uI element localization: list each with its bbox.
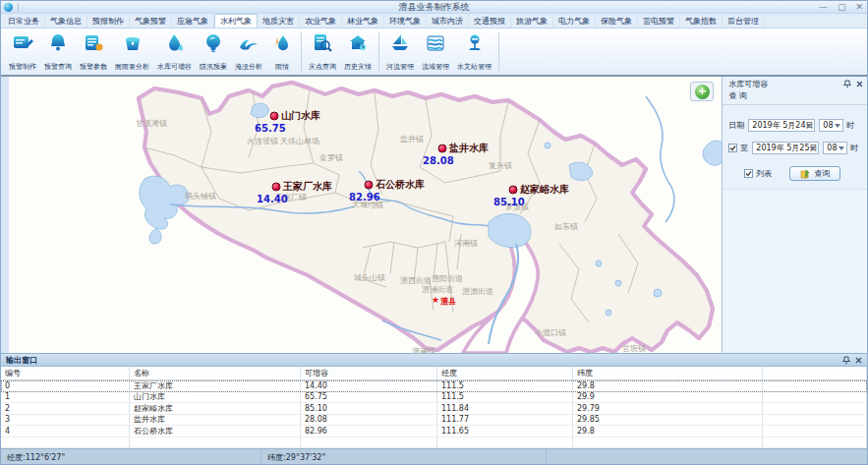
- disaster-search-icon: [311, 31, 334, 59]
- status-latitude: 纬度:29°37'32": [261, 449, 547, 465]
- toolbar-item-灾点查询[interactable]: 灾点查询: [305, 29, 340, 75]
- toolbar-item-防汛预案[interactable]: 防汛预案: [196, 29, 231, 75]
- menu-bar: 日常业务气象信息预报制作气象预警应急气象水利气象地质灾害农业气象林业气象环境气象…: [1, 14, 867, 29]
- list-label: 列表: [756, 168, 772, 179]
- toolbar-item-预警参数[interactable]: 预警参数: [76, 29, 111, 75]
- toolbar-item-label: 预警查询: [44, 62, 72, 72]
- table-row[interactable]: 2赵家峪水库85.10111.8429.79: [1, 403, 867, 415]
- table-cell: [437, 437, 573, 448]
- main-area: 甘溪滩镇火连坡镇天供山林场金罗镇盐井镇码头铺镇王家厂镇大堰垱镇复兴镇梦溪镇如东镇…: [1, 77, 867, 353]
- column-header-纬度[interactable]: 纬度: [573, 367, 763, 379]
- warning-params-icon: [82, 31, 105, 59]
- menu-tab-气象信息[interactable]: 气象信息: [45, 14, 87, 28]
- toolbar-item-历史灾情[interactable]: 历史灾情: [340, 29, 376, 75]
- menu-tab-水利气象[interactable]: 水利气象: [214, 14, 258, 28]
- minimize-button[interactable]: —: [819, 3, 828, 12]
- date-to-select[interactable]: 2019年 5月25日: [752, 142, 819, 154]
- table-cell: [130, 437, 301, 448]
- toolbar-separator: [498, 32, 499, 71]
- column-header-编号[interactable]: 编号: [1, 367, 130, 379]
- reservoir-marker-赵家峪水库[interactable]: [508, 186, 517, 195]
- toolbar-item-label: 流域管理: [422, 62, 449, 72]
- town-label-澧南镇: 澧南镇: [412, 346, 435, 354]
- query-button[interactable]: 查询: [789, 166, 840, 181]
- date-from-select[interactable]: 2019年 5月24日: [748, 119, 815, 132]
- map-canvas[interactable]: 甘溪滩镇火连坡镇天供山林场金罗镇盐井镇码头铺镇王家厂镇大堰垱镇复兴镇梦溪镇如东镇…: [9, 77, 722, 353]
- table-cell: 111.5: [437, 380, 573, 391]
- toolbar-item-淹没分析[interactable]: 淹没分析: [231, 29, 266, 75]
- pin-icon[interactable]: [842, 356, 850, 365]
- town-label-金罗镇: 金罗镇: [319, 152, 343, 163]
- menu-tab-环境气象[interactable]: 环境气象: [384, 14, 427, 28]
- menu-tab-农业气象[interactable]: 农业气象: [300, 14, 342, 28]
- toolbar-item-label: 河流管理: [386, 62, 414, 72]
- chevron-down-icon: [806, 124, 812, 128]
- menu-tab-应急气象[interactable]: 应急气象: [172, 14, 214, 28]
- menu-tab-日常业务[interactable]: 日常业务: [3, 14, 45, 28]
- reservoir-marker-山门水库[interactable]: [269, 112, 278, 121]
- toolbar-item-预警制作[interactable]: 预警制作: [5, 29, 40, 75]
- table-cell: 29.79: [573, 403, 763, 414]
- toolbar-item-label: 水文站管理: [457, 62, 492, 72]
- menu-tab-保险气象[interactable]: 保险气象: [596, 14, 638, 28]
- maximize-button[interactable]: ▢: [838, 3, 846, 12]
- menu-tab-气象预警[interactable]: 气象预警: [130, 14, 172, 28]
- menu-tab-城市内涝[interactable]: 城市内涝: [427, 14, 469, 28]
- menu-tab-交通预报[interactable]: 交通预报: [469, 14, 511, 28]
- menu-tab-地质灾害[interactable]: 地质灾害: [258, 14, 300, 28]
- reservoir-marker-盐井水库[interactable]: [437, 145, 446, 153]
- menu-tab-电力气象[interactable]: 电力气象: [553, 14, 596, 28]
- reservoir-marker-石公桥水库[interactable]: [364, 181, 373, 190]
- menu-tab-后台管理[interactable]: 后台管理: [723, 14, 765, 28]
- menu-tab-气象指数[interactable]: 气象指数: [680, 14, 723, 28]
- column-header-名称[interactable]: 名称: [130, 367, 301, 379]
- table-row[interactable]: 3盐井水库28.08111.7729.85: [1, 415, 867, 427]
- reservoir-marker-王家厂水库[interactable]: [271, 183, 280, 192]
- date-to-checkbox[interactable]: [728, 144, 737, 152]
- rain-bucket-icon: [121, 31, 145, 59]
- toolbar-item-流域管理[interactable]: 流域管理: [418, 29, 453, 75]
- toolbar-item-label: 水库可增容: [157, 62, 192, 72]
- map-label-layer: 甘溪滩镇火连坡镇天供山林场金罗镇盐井镇码头铺镇王家厂镇大堰垱镇复兴镇梦溪镇如东镇…: [9, 77, 722, 353]
- toolbar-separator: [301, 32, 302, 71]
- town-label-涔南镇: 涔南镇: [454, 238, 478, 249]
- column-header-可增容[interactable]: 可增容: [301, 367, 437, 379]
- town-label-复兴镇: 复兴镇: [489, 160, 512, 171]
- toolbar-item-雨情[interactable]: 雨情: [266, 29, 298, 75]
- list-checkbox[interactable]: [744, 169, 753, 178]
- toolbar-item-预警查询[interactable]: 预警查询: [40, 29, 76, 75]
- toolbar-group-3: 河流管理流域管理水文站管理: [382, 29, 495, 75]
- table-cell: 28.08: [301, 415, 437, 426]
- town-label-如东镇: 如东镇: [554, 221, 578, 232]
- town-label-天供山林场: 天供山林场: [280, 136, 319, 146]
- toolbar-item-水库可增容[interactable]: 水库可增容: [153, 29, 196, 75]
- pin-icon[interactable]: [843, 80, 851, 88]
- close-panel-icon[interactable]: [856, 81, 863, 87]
- table-row[interactable]: 0王家厂水库14.40111.529.8: [1, 380, 867, 392]
- status-bar: 经度:112°6'27" 纬度:29°37'32": [1, 448, 867, 465]
- table-row[interactable]: 4石公桥水库82.96111.6529.8: [1, 426, 867, 437]
- toolbar-item-河流管理[interactable]: 河流管理: [382, 29, 418, 75]
- toolbar-item-面雨量分析[interactable]: 面雨量分析: [111, 29, 153, 75]
- hour-to-select[interactable]: 08: [823, 142, 847, 154]
- left-margin-strip: [1, 77, 9, 353]
- column-header-经度[interactable]: 经度: [437, 367, 573, 379]
- county-seat-star-icon: ★: [432, 295, 439, 305]
- menu-tab-雷电预警[interactable]: 雷电预警: [638, 14, 680, 28]
- close-panel-icon[interactable]: [855, 357, 862, 364]
- table-empty-row: [1, 437, 867, 449]
- menu-tab-预报制作[interactable]: 预报制作: [87, 14, 130, 28]
- table-row[interactable]: 1山门水库65.75111.529.9: [1, 392, 867, 404]
- table-cell: 29.85: [573, 415, 763, 426]
- toolbar-item-水文站管理[interactable]: 水文站管理: [453, 29, 495, 75]
- reservoir-name-label: 盐井水库: [449, 142, 489, 155]
- town-label-澧浦街道: 澧浦街道: [422, 284, 453, 295]
- panel-section-label: 查 询: [723, 89, 867, 105]
- menu-tab-林业气象[interactable]: 林业气象: [342, 14, 384, 28]
- hour-from-select[interactable]: 08: [819, 119, 843, 132]
- table-cell: 85.10: [301, 403, 437, 414]
- zoom-in-button[interactable]: +: [695, 85, 710, 99]
- date-label: 日期: [728, 120, 744, 131]
- close-button[interactable]: ✕: [855, 3, 863, 12]
- menu-tab-旅游气象[interactable]: 旅游气象: [511, 14, 553, 28]
